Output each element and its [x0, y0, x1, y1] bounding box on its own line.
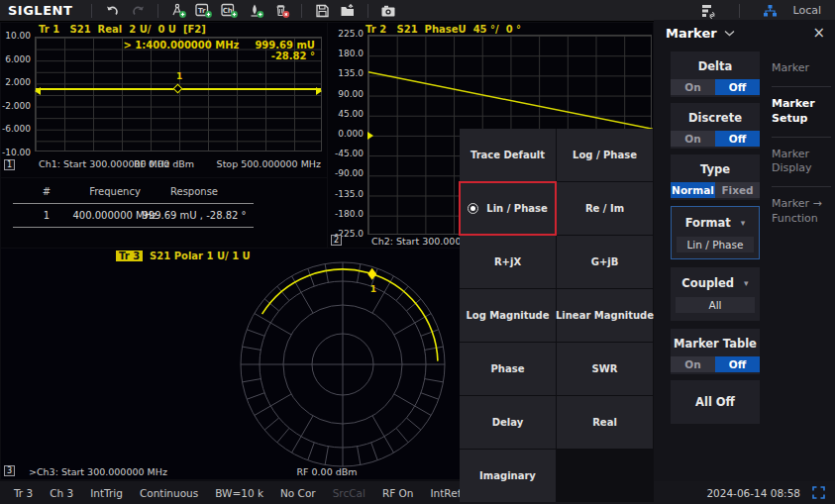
tab-divider: [772, 86, 831, 87]
fullscreen-expand-icon[interactable]: [812, 486, 825, 499]
chevron-down-icon[interactable]: [724, 30, 735, 37]
toolbar-divider: [739, 4, 740, 18]
all-off-button[interactable]: All Off: [671, 380, 760, 424]
delete-trash-icon: [273, 3, 290, 19]
open-folder-icon: [340, 4, 356, 18]
add-trace-button[interactable]: Tr: [191, 1, 217, 21]
trace1-grid[interactable]: > 1:400.000000 MHz 999.69 mU -28.82 ° 1: [35, 37, 322, 151]
polar-grid-spoke: [247, 393, 264, 399]
format-option-label: Delay: [492, 417, 523, 428]
discrete-on-button[interactable]: On: [671, 131, 715, 147]
format-option-trace-default[interactable]: Trace Default: [460, 129, 556, 181]
polar-grid-spoke: [425, 379, 444, 382]
marker1-label: 1: [176, 71, 182, 81]
recall-button[interactable]: [335, 1, 361, 21]
format-option-phase[interactable]: Phase: [460, 343, 556, 395]
marker1-diamond[interactable]: [173, 84, 183, 94]
format-option-swr[interactable]: SWR: [557, 343, 653, 395]
trace2-y-axis: 225.0180.0135.090.0045.000.000-45.00-90.…: [332, 29, 364, 239]
tab-divider: [772, 137, 831, 138]
add-marker-button[interactable]: [243, 1, 268, 21]
undo-button[interactable]: [99, 1, 125, 21]
reference-level-arrow[interactable]: [316, 87, 322, 95]
marker-table-label: Marker Table: [671, 337, 760, 351]
format-option-linear-magnitude[interactable]: Linear Magnitude: [557, 289, 653, 342]
save-button[interactable]: [309, 1, 335, 21]
menu-tab-marker-function[interactable]: Marker → Function: [772, 191, 831, 233]
polar-grid-spoke: [394, 394, 431, 416]
polar-grid-spoke: [371, 443, 377, 460]
network-button[interactable]: [757, 1, 783, 21]
format-option-label: Trace Default: [470, 150, 545, 160]
menu-tab-marker[interactable]: Marker: [772, 55, 831, 82]
trace3-active-badge[interactable]: Tr 3: [116, 251, 143, 261]
format-option-real[interactable]: Real: [557, 396, 653, 449]
polar-grid-spoke: [277, 428, 289, 443]
axis-tick-label: 0.000: [338, 129, 364, 139]
format-option-r-jx[interactable]: R+jX: [460, 236, 556, 288]
redo-button[interactable]: [125, 1, 151, 21]
format-option-log-magnitude[interactable]: Log Magnitude: [460, 289, 556, 342]
format-option-label: Log Magnitude: [466, 310, 549, 321]
marker1-diamond: [367, 268, 376, 280]
format-option-label: R+jX: [494, 256, 521, 267]
marker1-phase-readout: -28.82 °: [124, 50, 316, 61]
marker-table-off-button[interactable]: Off: [715, 356, 760, 372]
format-option-g-jb[interactable]: G+jB: [557, 236, 653, 288]
tab-divider: [772, 186, 831, 187]
marker-table-on-button[interactable]: On: [671, 356, 715, 372]
axis-tick-label: -180.0: [335, 209, 364, 219]
coupled-label: Coupled: [681, 276, 734, 290]
type-normal-button[interactable]: Normal: [671, 182, 715, 198]
format-option-lin-phase[interactable]: Lin / Phase: [460, 182, 556, 235]
status-bar: Tr 3Ch 3IntTrigContinuousBW=10 kNo CorSr…: [0, 481, 835, 504]
redo-icon: [131, 4, 146, 18]
siglent-logo: SIGLENT: [0, 3, 84, 18]
delete-button[interactable]: [268, 1, 294, 21]
polar-grid-spoke: [255, 314, 291, 336]
menu-tab-marker-setup[interactable]: Marker Setup: [772, 91, 831, 133]
format-option-imaginary[interactable]: Imaginary: [460, 450, 556, 502]
add-measurement-button[interactable]: [165, 1, 191, 21]
local-mode-label[interactable]: Local: [792, 4, 821, 17]
axis-tick-label: 225.0: [338, 29, 364, 39]
axis-tick-label: -2.000: [2, 101, 31, 111]
discrete-label: Discrete: [671, 111, 760, 125]
delta-label: Delta: [671, 59, 760, 73]
format-option-re-im[interactable]: Re / Im: [557, 182, 653, 235]
camera-icon: [380, 4, 396, 18]
reference-level-arrow[interactable]: [367, 132, 373, 140]
delta-block: Delta On Off: [671, 51, 760, 97]
polar-grid-spoke: [358, 447, 361, 465]
status-item-tr-3: Tr 3: [14, 487, 33, 499]
toolbar-divider: [367, 4, 368, 18]
delta-off-button[interactable]: Off: [715, 79, 760, 95]
close-icon[interactable]: ×: [812, 26, 825, 41]
add-marker-icon: [248, 3, 264, 19]
coupled-dropdown[interactable]: Coupled ▾ All: [671, 267, 760, 321]
add-channel-button[interactable]: Ch: [217, 1, 243, 21]
layout-button[interactable]: [696, 1, 722, 21]
reference-level-arrow[interactable]: [35, 87, 41, 95]
trace1-y-axis: 10.006.0002.000-2.000-6.000-10.00: [3, 31, 31, 157]
discrete-off-button[interactable]: Off: [715, 131, 760, 147]
type-fixed-button[interactable]: Fixed: [715, 182, 760, 198]
polar-grid-spoke: [372, 416, 394, 453]
menu-tab-marker-display[interactable]: Marker Display: [772, 142, 831, 183]
marker-table-header-index: #: [43, 186, 51, 197]
format-option-delay[interactable]: Delay: [460, 396, 556, 449]
screenshot-button[interactable]: [375, 1, 401, 21]
toolbar-divider: [301, 4, 302, 18]
delta-on-button[interactable]: On: [671, 79, 715, 95]
window-layout-icon: [701, 4, 717, 18]
marker1-label: 1: [370, 284, 376, 294]
marker-table-header-response: Response: [170, 186, 218, 197]
format-option-label: Imaginary: [479, 470, 536, 481]
lan-network-icon: [763, 4, 778, 18]
format-dropdown[interactable]: Format ▾ Lin / Phase: [671, 206, 760, 259]
format-option-log-phase[interactable]: Log / Phase: [557, 129, 653, 181]
axis-tick-label: -90.00: [335, 168, 364, 178]
marker-table-header-frequency: Frequency: [89, 186, 141, 197]
polar-grid-spoke: [308, 443, 314, 460]
format-option-label: Real: [592, 417, 617, 428]
